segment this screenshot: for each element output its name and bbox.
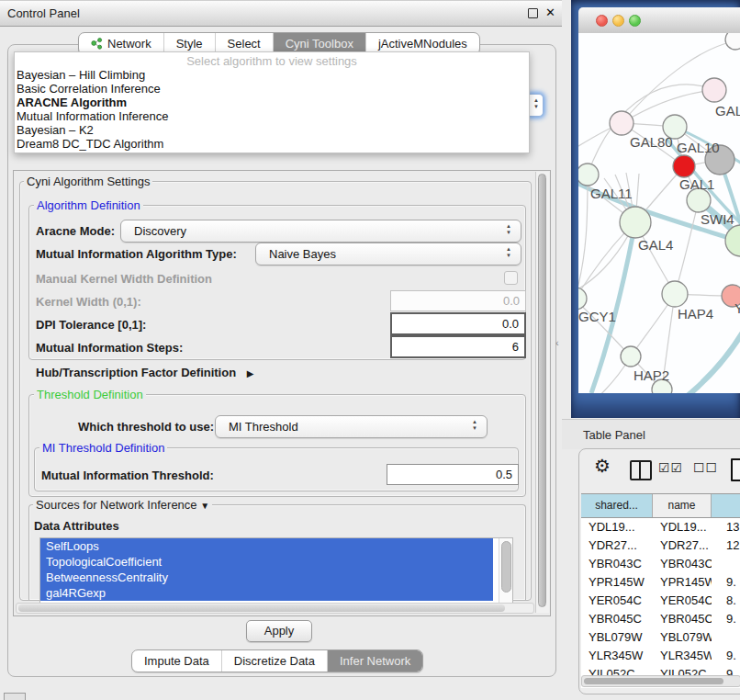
which-threshold-label: Which threshold to use:	[78, 420, 214, 434]
settings-vertical-scrollbar[interactable]	[535, 172, 549, 613]
which-threshold-select[interactable]: MI Threshold ▲▼	[215, 415, 488, 438]
scrollbar-thumb[interactable]	[501, 541, 511, 593]
network-view-window[interactable]: GAL7GAL80GAL10GAL1GAL11SWI4GAL4GCY1HAP4Y…	[571, 0, 740, 418]
dropdown-item-bayesian-hill-climbing[interactable]: Bayesian – Hill Climbing	[15, 68, 529, 82]
mi-threshold-label: Mutual Information Threshold:	[41, 469, 214, 482]
table-cell: YDL19...	[581, 518, 653, 536]
scrollbar-thumb[interactable]	[18, 604, 505, 612]
split-columns-icon[interactable]	[630, 460, 652, 480]
table-horizontal-scrollbar[interactable]	[581, 675, 740, 687]
dropdown-item-mutual-information-inference[interactable]: Mutual Information Inference	[15, 109, 529, 123]
tab-discretize-data[interactable]: Discretize Data	[221, 650, 327, 672]
tab-impute-data[interactable]: Impute Data	[132, 650, 221, 672]
table-row[interactable]: YBL079WYBL079W	[581, 628, 740, 647]
network-node-gal1[interactable]	[673, 155, 695, 177]
tab-label: Network	[107, 37, 151, 51]
zoom-traffic-light[interactable]	[629, 15, 641, 27]
aracne-mode-label: Aracne Mode:	[36, 224, 115, 238]
which-threshold-value: MI Threshold	[229, 420, 298, 434]
mi-threshold-field[interactable]: 0.5	[387, 464, 519, 485]
tab-label: Discretize Data	[234, 654, 315, 668]
tab-infer-network[interactable]: Infer Network	[327, 650, 422, 672]
network-edge[interactable]	[591, 222, 635, 393]
network-node-gal7[interactable]	[702, 78, 726, 102]
network-node-gcy1[interactable]	[578, 288, 587, 310]
collapsed-arrow-icon[interactable]: ▶	[247, 368, 254, 378]
splitter-collapse-arrow[interactable]: ‹	[555, 337, 559, 348]
scrollbar-thumb[interactable]	[538, 174, 546, 607]
dropdown-item-aracne-algorithm[interactable]: ARACNE Algorithm	[15, 96, 529, 109]
table-row[interactable]: YLR345WYLR345W9.	[581, 647, 740, 665]
network-node-big-right[interactable]	[725, 225, 740, 256]
mi-algorithm-type-select[interactable]: Naive Bayes ▲▼	[255, 243, 521, 265]
minimize-traffic-light[interactable]	[612, 15, 624, 27]
attribute-topologicalcoefficient[interactable]: TopologicalCoefficient	[40, 554, 493, 570]
dpi-tolerance-field[interactable]: 0.0	[390, 312, 526, 335]
table-row[interactable]: YDL19...YDL19...13	[581, 518, 740, 536]
attribute-betweennesscentrality[interactable]: BetweennessCentrality	[40, 570, 493, 585]
network-node-hap4[interactable]	[662, 281, 688, 307]
table-cell: YER054C	[581, 592, 653, 610]
docked-panel-icon[interactable]	[4, 693, 26, 700]
table-cell: YER054C	[653, 592, 712, 610]
algorithm-dropdown-placeholder: Select algorithm to view settings	[15, 54, 529, 68]
network-edge[interactable]	[588, 85, 714, 175]
kernel-width-field[interactable]: 0.0	[390, 290, 526, 311]
float-window-icon[interactable]	[528, 8, 538, 18]
page-icon[interactable]	[731, 458, 740, 481]
tab-label: Select	[228, 37, 261, 51]
settings-horizontal-scrollbar[interactable]	[16, 603, 534, 614]
sources-title-wrap[interactable]: Sources for Network Inference ▼	[33, 498, 212, 512]
close-traffic-light[interactable]	[596, 15, 608, 27]
dropdown-item-dream8-dc-tdc-algorithm[interactable]: Dream8 DC_TDC Algorithm	[15, 137, 529, 151]
table-cell: YBR045C	[581, 610, 653, 628]
network-node-gal11[interactable]	[578, 164, 599, 186]
aracne-mode-select[interactable]: Discovery ▲▼	[120, 220, 521, 243]
network-node-partial-top[interactable]	[725, 33, 740, 50]
algorithm-combo-edge[interactable]: ▲▼	[530, 94, 544, 117]
network-edge[interactable]	[578, 175, 588, 299]
table-row[interactable]: YPR145WYPR145W9.	[581, 573, 740, 592]
network-node-hap2[interactable]	[621, 346, 641, 367]
column-header-cut[interactable]	[712, 494, 740, 517]
mi-steps-field[interactable]: 6	[390, 335, 526, 358]
tab-label: Infer Network	[340, 654, 410, 668]
node-label-hap4: HAP4	[678, 306, 713, 322]
dropdown-item-basic-correlation-inference[interactable]: Basic Correlation Inference	[15, 82, 529, 96]
algorithm-definition-title: Algorithm Definition	[34, 198, 143, 212]
node-label-gal4: GAL4	[638, 237, 673, 253]
table-row[interactable]: YER054CYER054C8.	[581, 592, 740, 610]
hub-section-label[interactable]: Hub/Transcription Factor Definition ▶	[36, 366, 253, 379]
table-row[interactable]: YDR27...YDR27...12	[581, 536, 740, 555]
node-table: shared...name YDL19...YDL19...13YDR27...…	[581, 493, 740, 688]
dropdown-item-bayesian-k2[interactable]: Bayesian – K2	[15, 123, 529, 137]
table-row[interactable]: YBR045CYBR045C9.	[581, 610, 740, 628]
network-canvas[interactable]: GAL7GAL80GAL10GAL1GAL11SWI4GAL4GCY1HAP4Y…	[578, 33, 740, 393]
manual-kernel-width-checkbox[interactable]	[504, 271, 518, 285]
table-rows: YDL19...YDL19...13YDR27...YDR27...12YBR0…	[581, 518, 740, 683]
column-header-shared-[interactable]: shared...	[581, 494, 653, 517]
tab-label: Cyni Toolbox	[286, 37, 353, 51]
table-cell: 9.	[712, 647, 740, 665]
table-row[interactable]: YBR043CYBR043C	[581, 555, 740, 573]
expanded-arrow-icon[interactable]: ▼	[200, 501, 209, 511]
select-all-icon[interactable]: ☑☑	[658, 460, 683, 475]
attribute-selfloops[interactable]: SelfLoops	[40, 538, 493, 554]
attribute-gal4rgexp[interactable]: gal4RGexp	[40, 585, 493, 601]
algorithm-dropdown-popup: Select algorithm to view settings Bayesi…	[14, 51, 530, 153]
column-header-name[interactable]: name	[653, 494, 712, 517]
select-none-icon[interactable]: ☐☐	[693, 460, 718, 475]
data-attributes-list[interactable]: SelfLoopsTopologicalCoefficientBetweenne…	[39, 537, 513, 604]
dpi-tolerance-label: DPI Tolerance [0,1]:	[36, 318, 146, 332]
network-window-titlebar[interactable]	[578, 7, 740, 34]
network-node-gal4[interactable]	[620, 207, 651, 238]
apply-button[interactable]: Apply	[246, 620, 312, 642]
network-edge[interactable]	[675, 200, 699, 294]
scrollbar-thumb[interactable]	[584, 678, 723, 684]
table-cell: YPR145W	[653, 573, 712, 592]
network-node-gal80[interactable]	[610, 111, 633, 135]
network-edge[interactable]	[632, 331, 740, 393]
gear-icon[interactable]: ⚙	[594, 455, 611, 477]
attribute-list-scrollbar[interactable]	[499, 538, 512, 603]
close-icon[interactable]: ✕	[545, 6, 555, 19]
